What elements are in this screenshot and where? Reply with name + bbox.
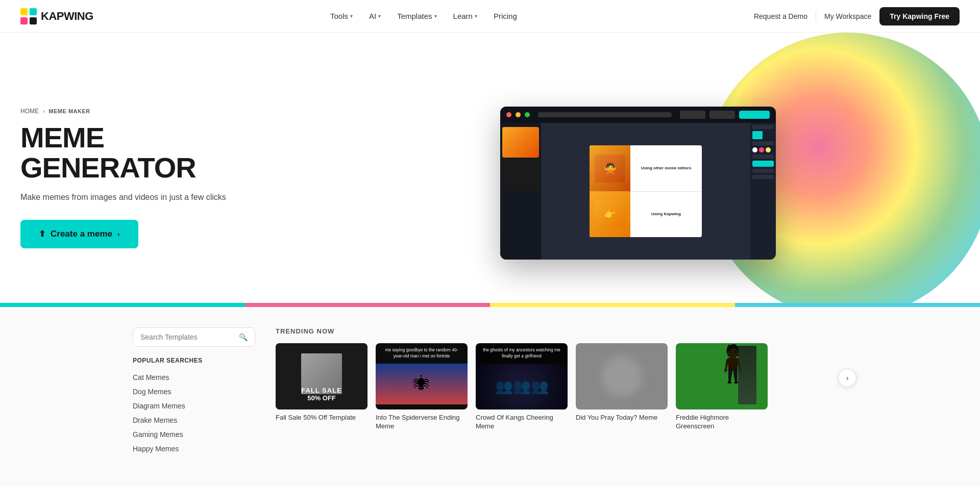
- nav-ai[interactable]: AI ▾: [362, 8, 388, 24]
- carousel-next-button[interactable]: ›: [838, 369, 856, 387]
- templates-section: 🔍 POPULAR SEARCHES Cat Memes Dog Memes D…: [0, 307, 980, 486]
- chevron-right-icon: ›: [117, 230, 120, 238]
- mockup-canvas-area: 🙅 👉 Using other meme editors: [541, 123, 750, 260]
- color-bar-cyan: [0, 303, 245, 307]
- search-icon[interactable]: 🔍: [239, 333, 248, 341]
- mockup-button-export: [739, 111, 770, 119]
- mockup-body: 🙅 👉 Using other meme editors: [500, 123, 776, 260]
- mockup-canvas: 🙅 👉 Using other meme editors: [590, 145, 702, 237]
- search-box: 🔍: [133, 327, 255, 347]
- color-bar-yellow: [490, 303, 735, 307]
- template-thumb-fall-sale: FALL SALE 50% OFF: [276, 343, 368, 409]
- popular-searches-heading: POPULAR SEARCHES: [133, 357, 255, 364]
- mockup-text-top: Using other meme editors: [641, 166, 692, 171]
- popular-diagram-memes[interactable]: Diagram Memes: [133, 399, 255, 413]
- color-bar-teal: [735, 303, 980, 307]
- chevron-down-icon: ▾: [475, 13, 477, 19]
- crowd-text: the ghosts of my ancestors watching me f…: [476, 347, 568, 360]
- nav-pricing[interactable]: Pricing: [486, 8, 524, 24]
- svg-rect-3: [30, 17, 37, 24]
- fall-sale-subtext: 50% OFF: [276, 394, 368, 402]
- mockup-button-2: [709, 111, 735, 119]
- svg-rect-1: [30, 8, 37, 15]
- svg-rect-2: [20, 17, 28, 24]
- upload-icon: ⬆: [39, 229, 45, 239]
- nav-learn[interactable]: Learn ▾: [446, 8, 484, 24]
- hero-section: HOME › MEME MAKER MEME GENERATOR Make me…: [0, 33, 980, 303]
- breadcrumb-home[interactable]: HOME: [20, 108, 39, 115]
- section-body: 🔍 POPULAR SEARCHES Cat Memes Dog Memes D…: [133, 327, 847, 456]
- nav-links: Tools ▾ AI ▾ Templates ▾ Learn ▾ Pricing: [323, 8, 524, 24]
- chevron-down-icon: ▾: [378, 13, 381, 19]
- template-card-fall-sale[interactable]: FALL SALE 50% OFF Fall Sale 50% Off Temp…: [276, 343, 368, 422]
- navbar: KAPWING Tools ▾ AI ▾ Templates ▾ Learn ▾…: [0, 0, 980, 33]
- chevron-down-icon: ▾: [434, 13, 437, 19]
- breadcrumb: HOME › MEME MAKER: [20, 108, 286, 115]
- request-demo-link[interactable]: Request a Demo: [754, 12, 807, 20]
- template-label-pray: Did You Pray Today? Meme: [576, 414, 668, 422]
- template-label-freddie: Freddie Highmore Greenscreen: [676, 414, 768, 431]
- chevron-down-icon: ▾: [350, 13, 353, 19]
- popular-happy-memes[interactable]: Happy Memes: [133, 442, 255, 456]
- search-input[interactable]: [140, 333, 235, 341]
- template-card-crowd[interactable]: the ghosts of my ancestors watching me f…: [476, 343, 568, 431]
- chevron-right-icon: ›: [846, 374, 849, 382]
- mockup-topbar: [500, 107, 776, 123]
- template-label-crowd: Crowd Of Kangs Cheering Meme: [476, 414, 568, 431]
- popular-cat-memes[interactable]: Cat Memes: [133, 370, 255, 385]
- mockup-search-bar: [538, 112, 672, 117]
- logo[interactable]: KAPWING: [20, 8, 93, 24]
- template-card-pray[interactable]: Did You Pray Today? Meme: [576, 343, 668, 422]
- color-bars: [0, 303, 980, 307]
- mockup-dot-red: [506, 112, 511, 117]
- color-bar-pink: [245, 303, 490, 307]
- editor-mockup: 🙅 👉 Using other meme editors: [500, 107, 776, 260]
- nav-tools[interactable]: Tools ▾: [323, 8, 360, 24]
- template-card-spiderverse[interactable]: me saying goodbye to the random 40-year-…: [376, 343, 468, 431]
- trending-grid: FALL SALE 50% OFF Fall Sale 50% Off Temp…: [276, 343, 847, 431]
- popular-gaming-memes[interactable]: Gaming Memes: [133, 427, 255, 442]
- mockup-button-1: [680, 111, 705, 119]
- breadcrumb-current: MEME MAKER: [48, 108, 90, 114]
- create-meme-button[interactable]: ⬆ Create a meme ›: [20, 220, 138, 248]
- hero-subtitle: Make memes from images and videos in jus…: [20, 191, 286, 203]
- nav-templates[interactable]: Templates ▾: [390, 8, 444, 24]
- template-thumb-crowd: the ghosts of my ancestors watching me f…: [476, 343, 568, 409]
- mockup-thumb-2: [502, 160, 539, 190]
- nav-right: Request a Demo My Workspace Try Kapwing …: [754, 7, 960, 25]
- template-card-freddie[interactable]: 🧍 Freddie Highmore Greenscreen: [676, 343, 768, 431]
- template-thumb-spiderverse: me saying goodbye to the random 40-year-…: [376, 343, 468, 409]
- nav-divider: [816, 11, 816, 21]
- template-thumb-pray: [576, 343, 668, 409]
- mockup-dot-yellow: [516, 112, 521, 117]
- popular-drake-memes[interactable]: Drake Memes: [133, 413, 255, 427]
- template-thumb-freddie: 🧍: [676, 343, 768, 409]
- my-workspace-link[interactable]: My Workspace: [824, 12, 871, 20]
- logo-text: KAPWING: [41, 10, 93, 23]
- breadcrumb-arrow: ›: [43, 109, 44, 114]
- template-label-spiderverse: Into The Spiderverse Ending Meme: [376, 414, 468, 431]
- template-label-fall-sale: Fall Sale 50% Off Template: [276, 414, 368, 422]
- svg-rect-0: [20, 8, 28, 15]
- logo-icon: [20, 8, 37, 24]
- trending-area: TRENDING NOW FALL SALE 50% OFF: [276, 327, 847, 456]
- hero-content: HOME › MEME MAKER MEME GENERATOR Make me…: [20, 108, 286, 248]
- sidebar: 🔍 POPULAR SEARCHES Cat Memes Dog Memes D…: [133, 327, 255, 456]
- hero-visual: 🙅 👉 Using other meme editors: [286, 53, 960, 303]
- mockup-dot-green: [525, 112, 530, 117]
- mockup-sidebar: [500, 123, 541, 260]
- mockup-right-panel: [750, 123, 776, 260]
- trending-heading: TRENDING NOW: [276, 327, 847, 335]
- mockup-text-bottom: Using Kapwing: [651, 212, 681, 217]
- page-title: MEME GENERATOR: [20, 123, 286, 183]
- fall-sale-text: FALL SALE: [276, 387, 368, 394]
- popular-dog-memes[interactable]: Dog Memes: [133, 385, 255, 399]
- try-free-button[interactable]: Try Kapwing Free: [879, 7, 960, 25]
- spiderverse-text: me saying goodbye to the random 40-year-…: [376, 347, 468, 360]
- mockup-thumb-1: [502, 127, 539, 158]
